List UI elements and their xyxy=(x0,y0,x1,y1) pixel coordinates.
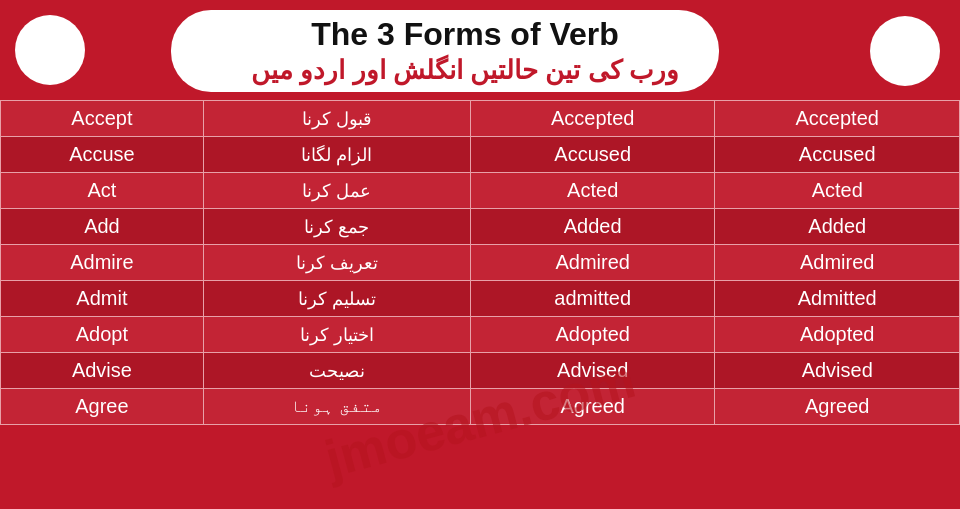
table-container: Acceptقبول کرناAcceptedAcceptedAccuseالز… xyxy=(0,100,960,425)
verb-urdu-cell: جمع کرنا xyxy=(203,209,470,245)
circle-left-decoration xyxy=(15,15,85,85)
verb-v2-cell: Acted xyxy=(470,173,715,209)
verb-v1-cell: Act xyxy=(1,173,204,209)
title-urdu: ورب کی تین حالتیں انگلش اور اردو میں xyxy=(251,55,679,86)
table-row: Acceptقبول کرناAcceptedAccepted xyxy=(1,101,960,137)
verb-v2-cell: Admired xyxy=(470,245,715,281)
page-wrapper: The 3 Forms of Verb ورب کی تین حالتیں ان… xyxy=(0,0,960,509)
verb-urdu-cell: تسلیم کرنا xyxy=(203,281,470,317)
header-center: The 3 Forms of Verb ورب کی تین حالتیں ان… xyxy=(20,10,870,92)
table-row: Addجمع کرناAddedAdded xyxy=(1,209,960,245)
verb-v3-cell: Added xyxy=(715,209,960,245)
verb-v1-cell: Admit xyxy=(1,281,204,317)
verb-v1-cell: Adopt xyxy=(1,317,204,353)
verb-urdu-cell: عمل کرنا xyxy=(203,173,470,209)
verb-urdu-cell: الزام لگانا xyxy=(203,137,470,173)
table-row: Accuseالزام لگاناAccusedAccused xyxy=(1,137,960,173)
verb-v3-cell: Accused xyxy=(715,137,960,173)
verb-v1-cell: Add xyxy=(1,209,204,245)
header: The 3 Forms of Verb ورب کی تین حالتیں ان… xyxy=(0,0,960,100)
table-row: Actعمل کرناActedActed xyxy=(1,173,960,209)
verb-table: Acceptقبول کرناAcceptedAcceptedAccuseالز… xyxy=(0,100,960,425)
verb-urdu-cell: اختیار کرنا xyxy=(203,317,470,353)
verb-v3-cell: Advised xyxy=(715,353,960,389)
verb-v1-cell: Accuse xyxy=(1,137,204,173)
verb-v3-cell: Admitted xyxy=(715,281,960,317)
table-row: Admitتسلیم کرناadmittedAdmitted xyxy=(1,281,960,317)
verb-urdu-cell: نصیحت xyxy=(203,353,470,389)
verb-v1-cell: Advise xyxy=(1,353,204,389)
verb-urdu-cell: متفق ہونا xyxy=(203,389,470,425)
verb-v1-cell: Admire xyxy=(1,245,204,281)
circle-right-decoration xyxy=(870,16,940,86)
verb-v3-cell: Adopted xyxy=(715,317,960,353)
title-english: The 3 Forms of Verb xyxy=(251,16,679,53)
verb-v1-cell: Agree xyxy=(1,389,204,425)
verb-v2-cell: Accused xyxy=(470,137,715,173)
table-row: Admireتعریف کرناAdmiredAdmired xyxy=(1,245,960,281)
verb-v3-cell: Acted xyxy=(715,173,960,209)
verb-v2-cell: admitted xyxy=(470,281,715,317)
table-row: Agreeمتفق ہوناAgreedAgreed xyxy=(1,389,960,425)
verb-v3-cell: Admired xyxy=(715,245,960,281)
verb-v1-cell: Accept xyxy=(1,101,204,137)
verb-v2-cell: Accepted xyxy=(470,101,715,137)
verb-v3-cell: Agreed xyxy=(715,389,960,425)
verb-urdu-cell: تعریف کرنا xyxy=(203,245,470,281)
table-row: Adoptاختیار کرناAdoptedAdopted xyxy=(1,317,960,353)
verb-v2-cell: Agreed xyxy=(470,389,715,425)
table-row: AdviseنصیحتAdvisedAdvised xyxy=(1,353,960,389)
verb-urdu-cell: قبول کرنا xyxy=(203,101,470,137)
title-box: The 3 Forms of Verb ورب کی تین حالتیں ان… xyxy=(171,10,719,92)
verb-v2-cell: Adopted xyxy=(470,317,715,353)
verb-v2-cell: Added xyxy=(470,209,715,245)
verb-v3-cell: Accepted xyxy=(715,101,960,137)
verb-v2-cell: Advised xyxy=(470,353,715,389)
